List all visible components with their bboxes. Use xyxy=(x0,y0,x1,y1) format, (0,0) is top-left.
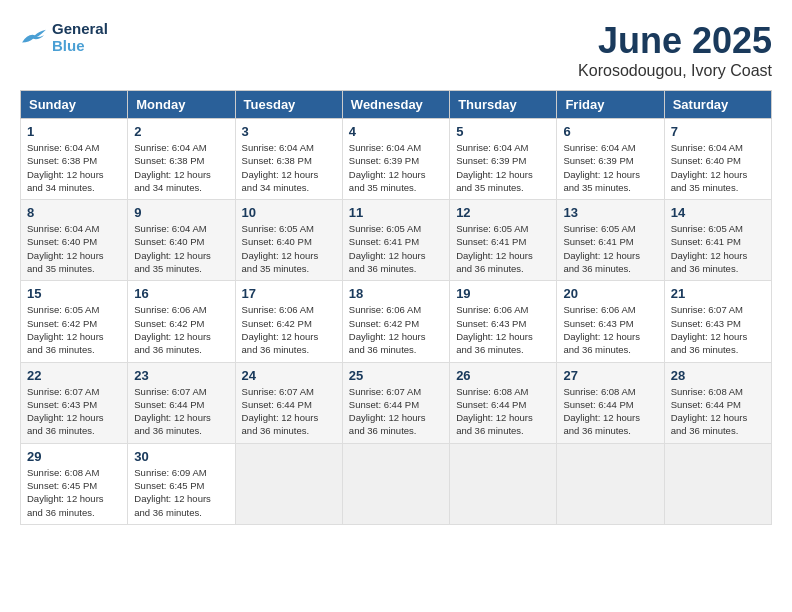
day-number: 28 xyxy=(671,368,765,383)
logo-icon xyxy=(20,26,48,48)
month-title: June 2025 xyxy=(578,20,772,62)
day-info: Sunrise: 6:06 AM Sunset: 6:42 PM Dayligh… xyxy=(349,303,443,356)
calendar-cell: 12 Sunrise: 6:05 AM Sunset: 6:41 PM Dayl… xyxy=(450,200,557,281)
calendar-cell xyxy=(450,443,557,524)
day-number: 17 xyxy=(242,286,336,301)
calendar-cell: 3 Sunrise: 6:04 AM Sunset: 6:38 PM Dayli… xyxy=(235,119,342,200)
calendar-cell: 20 Sunrise: 6:06 AM Sunset: 6:43 PM Dayl… xyxy=(557,281,664,362)
calendar-cell: 15 Sunrise: 6:05 AM Sunset: 6:42 PM Dayl… xyxy=(21,281,128,362)
day-number: 1 xyxy=(27,124,121,139)
day-info: Sunrise: 6:04 AM Sunset: 6:40 PM Dayligh… xyxy=(27,222,121,275)
calendar-header-saturday: Saturday xyxy=(664,91,771,119)
calendar-cell: 27 Sunrise: 6:08 AM Sunset: 6:44 PM Dayl… xyxy=(557,362,664,443)
day-info: Sunrise: 6:07 AM Sunset: 6:43 PM Dayligh… xyxy=(671,303,765,356)
day-number: 8 xyxy=(27,205,121,220)
calendar-cell: 19 Sunrise: 6:06 AM Sunset: 6:43 PM Dayl… xyxy=(450,281,557,362)
day-number: 19 xyxy=(456,286,550,301)
day-info: Sunrise: 6:06 AM Sunset: 6:43 PM Dayligh… xyxy=(563,303,657,356)
day-number: 2 xyxy=(134,124,228,139)
calendar-header-monday: Monday xyxy=(128,91,235,119)
calendar-cell: 1 Sunrise: 6:04 AM Sunset: 6:38 PM Dayli… xyxy=(21,119,128,200)
calendar-cell: 22 Sunrise: 6:07 AM Sunset: 6:43 PM Dayl… xyxy=(21,362,128,443)
calendar-header-sunday: Sunday xyxy=(21,91,128,119)
calendar-cell: 2 Sunrise: 6:04 AM Sunset: 6:38 PM Dayli… xyxy=(128,119,235,200)
calendar-cell: 30 Sunrise: 6:09 AM Sunset: 6:45 PM Dayl… xyxy=(128,443,235,524)
calendar-header-friday: Friday xyxy=(557,91,664,119)
day-number: 14 xyxy=(671,205,765,220)
calendar-cell: 16 Sunrise: 6:06 AM Sunset: 6:42 PM Dayl… xyxy=(128,281,235,362)
day-number: 29 xyxy=(27,449,121,464)
logo: General Blue xyxy=(20,20,108,54)
day-info: Sunrise: 6:09 AM Sunset: 6:45 PM Dayligh… xyxy=(134,466,228,519)
day-info: Sunrise: 6:04 AM Sunset: 6:40 PM Dayligh… xyxy=(134,222,228,275)
calendar-header-thursday: Thursday xyxy=(450,91,557,119)
day-info: Sunrise: 6:06 AM Sunset: 6:42 PM Dayligh… xyxy=(242,303,336,356)
day-number: 18 xyxy=(349,286,443,301)
calendar-cell: 29 Sunrise: 6:08 AM Sunset: 6:45 PM Dayl… xyxy=(21,443,128,524)
day-info: Sunrise: 6:07 AM Sunset: 6:44 PM Dayligh… xyxy=(134,385,228,438)
calendar-cell: 6 Sunrise: 6:04 AM Sunset: 6:39 PM Dayli… xyxy=(557,119,664,200)
day-number: 22 xyxy=(27,368,121,383)
calendar-week-2: 8 Sunrise: 6:04 AM Sunset: 6:40 PM Dayli… xyxy=(21,200,772,281)
calendar-header-row: SundayMondayTuesdayWednesdayThursdayFrid… xyxy=(21,91,772,119)
day-info: Sunrise: 6:04 AM Sunset: 6:38 PM Dayligh… xyxy=(27,141,121,194)
calendar-cell: 7 Sunrise: 6:04 AM Sunset: 6:40 PM Dayli… xyxy=(664,119,771,200)
day-number: 24 xyxy=(242,368,336,383)
day-info: Sunrise: 6:05 AM Sunset: 6:41 PM Dayligh… xyxy=(456,222,550,275)
day-number: 11 xyxy=(349,205,443,220)
calendar-cell: 5 Sunrise: 6:04 AM Sunset: 6:39 PM Dayli… xyxy=(450,119,557,200)
calendar-cell: 26 Sunrise: 6:08 AM Sunset: 6:44 PM Dayl… xyxy=(450,362,557,443)
day-number: 9 xyxy=(134,205,228,220)
day-info: Sunrise: 6:06 AM Sunset: 6:42 PM Dayligh… xyxy=(134,303,228,356)
day-number: 16 xyxy=(134,286,228,301)
day-number: 12 xyxy=(456,205,550,220)
calendar-cell: 23 Sunrise: 6:07 AM Sunset: 6:44 PM Dayl… xyxy=(128,362,235,443)
day-info: Sunrise: 6:04 AM Sunset: 6:39 PM Dayligh… xyxy=(456,141,550,194)
day-info: Sunrise: 6:04 AM Sunset: 6:38 PM Dayligh… xyxy=(134,141,228,194)
day-info: Sunrise: 6:08 AM Sunset: 6:44 PM Dayligh… xyxy=(671,385,765,438)
day-info: Sunrise: 6:07 AM Sunset: 6:43 PM Dayligh… xyxy=(27,385,121,438)
day-number: 10 xyxy=(242,205,336,220)
day-number: 13 xyxy=(563,205,657,220)
day-info: Sunrise: 6:04 AM Sunset: 6:39 PM Dayligh… xyxy=(349,141,443,194)
day-number: 21 xyxy=(671,286,765,301)
day-number: 3 xyxy=(242,124,336,139)
calendar-cell: 13 Sunrise: 6:05 AM Sunset: 6:41 PM Dayl… xyxy=(557,200,664,281)
calendar-cell xyxy=(235,443,342,524)
day-info: Sunrise: 6:05 AM Sunset: 6:41 PM Dayligh… xyxy=(563,222,657,275)
calendar-week-5: 29 Sunrise: 6:08 AM Sunset: 6:45 PM Dayl… xyxy=(21,443,772,524)
calendar-week-3: 15 Sunrise: 6:05 AM Sunset: 6:42 PM Dayl… xyxy=(21,281,772,362)
day-number: 27 xyxy=(563,368,657,383)
day-number: 6 xyxy=(563,124,657,139)
calendar-cell: 21 Sunrise: 6:07 AM Sunset: 6:43 PM Dayl… xyxy=(664,281,771,362)
calendar-cell: 11 Sunrise: 6:05 AM Sunset: 6:41 PM Dayl… xyxy=(342,200,449,281)
calendar-cell: 24 Sunrise: 6:07 AM Sunset: 6:44 PM Dayl… xyxy=(235,362,342,443)
day-info: Sunrise: 6:07 AM Sunset: 6:44 PM Dayligh… xyxy=(349,385,443,438)
calendar-cell: 18 Sunrise: 6:06 AM Sunset: 6:42 PM Dayl… xyxy=(342,281,449,362)
day-info: Sunrise: 6:08 AM Sunset: 6:44 PM Dayligh… xyxy=(563,385,657,438)
calendar-cell xyxy=(342,443,449,524)
calendar-cell xyxy=(664,443,771,524)
calendar-header-wednesday: Wednesday xyxy=(342,91,449,119)
calendar-cell: 8 Sunrise: 6:04 AM Sunset: 6:40 PM Dayli… xyxy=(21,200,128,281)
day-number: 26 xyxy=(456,368,550,383)
calendar-cell: 4 Sunrise: 6:04 AM Sunset: 6:39 PM Dayli… xyxy=(342,119,449,200)
calendar-cell xyxy=(557,443,664,524)
day-number: 30 xyxy=(134,449,228,464)
calendar-cell: 14 Sunrise: 6:05 AM Sunset: 6:41 PM Dayl… xyxy=(664,200,771,281)
day-info: Sunrise: 6:05 AM Sunset: 6:41 PM Dayligh… xyxy=(349,222,443,275)
day-info: Sunrise: 6:05 AM Sunset: 6:40 PM Dayligh… xyxy=(242,222,336,275)
day-info: Sunrise: 6:04 AM Sunset: 6:38 PM Dayligh… xyxy=(242,141,336,194)
calendar-cell: 17 Sunrise: 6:06 AM Sunset: 6:42 PM Dayl… xyxy=(235,281,342,362)
calendar-cell: 25 Sunrise: 6:07 AM Sunset: 6:44 PM Dayl… xyxy=(342,362,449,443)
day-info: Sunrise: 6:04 AM Sunset: 6:40 PM Dayligh… xyxy=(671,141,765,194)
calendar-cell: 10 Sunrise: 6:05 AM Sunset: 6:40 PM Dayl… xyxy=(235,200,342,281)
location-title: Korosodougou, Ivory Coast xyxy=(578,62,772,80)
calendar-header-tuesday: Tuesday xyxy=(235,91,342,119)
calendar-cell: 28 Sunrise: 6:08 AM Sunset: 6:44 PM Dayl… xyxy=(664,362,771,443)
calendar-week-4: 22 Sunrise: 6:07 AM Sunset: 6:43 PM Dayl… xyxy=(21,362,772,443)
day-number: 23 xyxy=(134,368,228,383)
day-info: Sunrise: 6:06 AM Sunset: 6:43 PM Dayligh… xyxy=(456,303,550,356)
day-number: 20 xyxy=(563,286,657,301)
logo-text: General Blue xyxy=(52,20,108,54)
